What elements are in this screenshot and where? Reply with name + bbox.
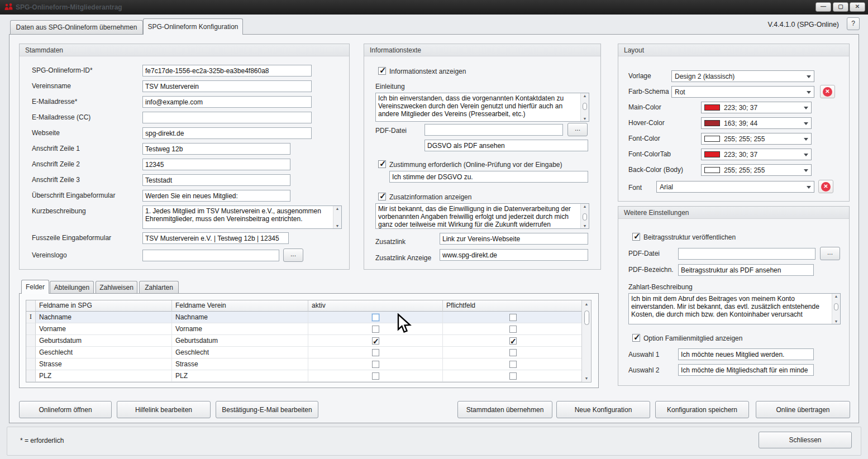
main-color-select[interactable]: 223; 30; 37 — [701, 102, 812, 113]
info-pdf-name-input[interactable] — [425, 140, 588, 151]
farbschema-delete-button[interactable]: ✕ — [820, 85, 835, 98]
weitere-pdf-browse-button[interactable]: ... — [820, 247, 840, 260]
zustimmung-checkbox[interactable] — [378, 160, 386, 168]
tab-zahlweisen[interactable]: Zahlweisen — [96, 281, 137, 294]
font-delete-button[interactable]: ✕ — [818, 180, 833, 193]
aktiv-checkbox[interactable] — [372, 361, 379, 368]
pflichtfeld-checkbox[interactable] — [509, 314, 517, 321]
scroll-up-icon[interactable]: ▲ — [832, 294, 840, 298]
font-color-select[interactable]: 255; 255; 255 — [701, 133, 812, 145]
zusatzinformation-checkbox[interactable] — [378, 193, 386, 200]
zusatzinformation-textarea[interactable]: Mir ist bekannt, das die Einwilligung in… — [375, 203, 589, 229]
onlineform-id-input[interactable] — [142, 65, 312, 76]
col-aktiv[interactable]: aktiv — [308, 300, 443, 312]
table-row[interactable]: Geburtsdatum Geburtsdatum — [26, 335, 583, 347]
aktiv-checkbox[interactable] — [372, 337, 379, 345]
table-row[interactable]: I Nachname Nachname — [26, 312, 583, 323]
auswahl2-input[interactable] — [678, 364, 814, 376]
konfiguration-speichern-button[interactable]: Konfiguration speichern — [655, 401, 749, 418]
table-row[interactable]: PLZ PLZ — [26, 370, 583, 382]
aktiv-checkbox[interactable] — [372, 349, 379, 356]
scroll-up-icon[interactable]: ▲ — [581, 204, 589, 208]
vereinslogo-browse-button[interactable]: ... — [283, 248, 303, 262]
pflichtfeld-checkbox[interactable] — [509, 372, 517, 380]
fusszeile-input[interactable] — [142, 232, 289, 244]
scroll-up-icon[interactable]: ▲ — [582, 302, 591, 306]
email-cc-input[interactable] — [142, 112, 312, 123]
pflichtfeld-checkbox[interactable] — [509, 326, 517, 333]
scroll-down-icon[interactable]: ▼ — [333, 224, 341, 228]
tab-zahlarten[interactable]: Zahlarten — [139, 281, 179, 294]
help-button[interactable]: ? — [847, 17, 860, 30]
familienmitglied-checkbox[interactable] — [632, 334, 640, 342]
onlineform-oeffnen-button[interactable]: Onlineform öffnen — [19, 401, 112, 418]
schliessen-button[interactable]: Schliessen — [759, 432, 852, 448]
scrollbar-thumb[interactable] — [584, 310, 589, 325]
tab-abteilungen[interactable]: Abteilungen — [50, 281, 94, 294]
ueberschrift-input[interactable] — [142, 190, 290, 202]
col-pflichtfeld[interactable]: Pflichtfeld — [443, 300, 583, 312]
zusatzlink-input[interactable] — [440, 233, 588, 245]
col-feldname-verein[interactable]: Feldname Verein — [172, 300, 308, 312]
zusatzlink-anzeige-input[interactable] — [440, 249, 588, 261]
bestaetigung-email-button[interactable]: Bestätigung-E-Mail bearbeiten — [216, 401, 318, 418]
aktiv-checkbox[interactable] — [372, 372, 379, 380]
kurzbeschreibung-textarea[interactable]: 1. Jedes Mitglied im TSV Musterverein e.… — [142, 205, 342, 229]
hover-color-select[interactable]: 163; 39; 44 — [701, 117, 812, 129]
pflichtfeld-checkbox[interactable] — [509, 337, 517, 345]
vorlage-select[interactable]: Design 2 (klassisch) — [671, 70, 814, 82]
pflichtfeld-checkbox[interactable] — [509, 349, 517, 356]
scrollbar-thumb[interactable] — [583, 103, 587, 110]
stammdaten-uebernehmen-button[interactable]: Stammdaten übernehmen — [457, 401, 552, 418]
scroll-down-icon[interactable]: ▼ — [582, 376, 591, 380]
tab-konfiguration[interactable]: SPG-Onlineform Konfiguration — [143, 18, 243, 35]
anschrift1-input[interactable] — [142, 143, 290, 155]
pflichtfeld-checkbox[interactable] — [509, 361, 517, 368]
scrollbar-thumb[interactable] — [583, 213, 587, 221]
zustimmung-text-input[interactable] — [389, 171, 588, 183]
email-input[interactable] — [142, 96, 312, 108]
scroll-down-icon[interactable]: ▼ — [581, 224, 589, 228]
minimize-icon[interactable]: — — [815, 2, 831, 12]
anschrift3-input[interactable] — [142, 174, 290, 186]
neue-konfiguration-button[interactable]: Neue Konfiguration — [556, 401, 650, 418]
scroll-up-icon[interactable]: ▲ — [581, 94, 589, 98]
weitere-pdf-input[interactable] — [678, 248, 815, 260]
tab-daten-uebernehmen[interactable]: Daten aus SPG-Onlineform übernehmen — [10, 20, 143, 35]
maximize-icon[interactable]: ▢ — [833, 2, 848, 12]
scroll-down-icon[interactable]: ▼ — [581, 117, 589, 121]
beitragsstruktur-checkbox[interactable] — [632, 233, 640, 241]
aktiv-checkbox[interactable] — [372, 326, 379, 333]
vereinsname-input[interactable] — [142, 80, 312, 92]
einleitung-scrollbar[interactable]: ▲ ▼ — [580, 93, 589, 121]
scrollbar-thumb[interactable] — [834, 303, 838, 310]
auswahl1-input[interactable] — [678, 348, 814, 360]
farbschema-select[interactable]: Rot — [671, 86, 814, 98]
hilfelink-bearbeiten-button[interactable]: Hilfelink bearbeiten — [117, 401, 211, 418]
info-pdf-datei-input[interactable] — [425, 124, 563, 136]
table-row[interactable]: Vorname Vorname — [26, 323, 583, 335]
pdf-bezeichn-input[interactable] — [678, 264, 814, 276]
scroll-down-icon[interactable]: ▼ — [832, 319, 840, 323]
anschrift2-input[interactable] — [142, 159, 290, 170]
aktiv-checkbox[interactable] — [372, 314, 379, 321]
zahlart-scrollbar[interactable]: ▲ ▼ — [832, 294, 840, 324]
online-uebertragen-button[interactable]: Online übertragen — [756, 401, 850, 418]
info-pdf-browse-button[interactable]: ... — [567, 123, 588, 136]
back-color-select[interactable]: 255; 255; 255 — [701, 164, 812, 176]
table-scrollbar[interactable]: ▲ ▼ — [581, 300, 591, 382]
font-colortab-select[interactable]: 223; 30; 37 — [701, 149, 812, 160]
webseite-input[interactable] — [142, 127, 312, 139]
zahlart-beschreibung-textarea[interactable]: Ich bin mit dem Abruf des Beitrages von … — [628, 293, 841, 324]
table-row[interactable]: Strasse Strasse — [26, 358, 583, 370]
tab-felder[interactable]: Felder — [21, 280, 49, 294]
vereinslogo-input[interactable] — [142, 250, 279, 261]
close-icon[interactable]: ✕ — [850, 2, 865, 12]
table-row[interactable]: Geschlecht Geschlecht — [26, 347, 583, 358]
scroll-up-icon[interactable]: ▲ — [333, 207, 341, 211]
font-select[interactable]: Arial — [656, 181, 814, 193]
kurzbeschreibung-scrollbar[interactable]: ▲ ▼ — [333, 206, 341, 228]
zusatzinformation-scrollbar[interactable]: ▲ ▼ — [580, 204, 589, 228]
col-feldname-spg[interactable]: Feldname in SPG — [36, 300, 172, 312]
informationstext-anzeigen-checkbox[interactable] — [378, 67, 386, 75]
